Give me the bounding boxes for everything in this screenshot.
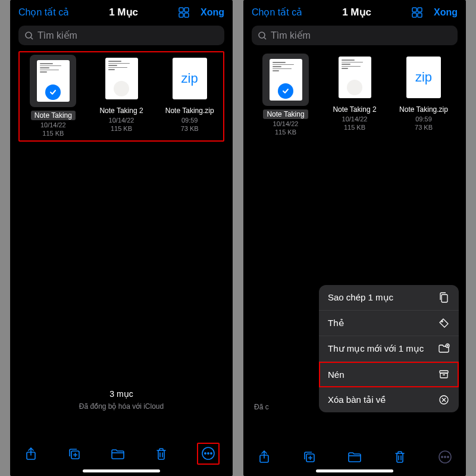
menu-new-folder[interactable]: Thư mục mới với 1 mục [319, 336, 459, 362]
file-name: Note Taking.zip [396, 105, 452, 114]
sync-status-partial: Đã c [254, 403, 269, 411]
svg-rect-23 [441, 295, 447, 302]
svg-point-42 [441, 456, 443, 458]
svg-rect-2 [179, 13, 183, 17]
file-name: Note Taking.zip [162, 106, 218, 115]
circle-icon [114, 81, 129, 96]
svg-point-15 [208, 453, 209, 454]
search-icon [24, 31, 34, 40]
svg-rect-17 [412, 8, 416, 12]
svg-point-44 [447, 456, 449, 458]
menu-compress[interactable]: Nén [319, 362, 459, 387]
file-size: 73 KB [415, 124, 433, 131]
share-icon[interactable] [256, 449, 272, 465]
item-count: 3 mục [10, 389, 233, 399]
menu-label: Nén [328, 369, 345, 380]
page-title: 1 Mục [342, 6, 371, 18]
file-date: 10/14/22 [109, 117, 134, 124]
header: Chọn tất cả 1 Mục Xong [10, 0, 233, 23]
svg-line-5 [31, 37, 33, 39]
header: Chọn tất cả 1 Mục Xong [243, 0, 466, 23]
file-thumb [101, 55, 142, 102]
circle-icon [347, 80, 362, 95]
file-item[interactable]: Note Taking 2 10/14/22 115 KB [90, 55, 153, 137]
svg-point-43 [444, 456, 446, 458]
svg-rect-1 [184, 8, 189, 12]
search-input[interactable]: Tìm kiếm [18, 26, 224, 45]
menu-label: Thư mục mới với 1 mục [328, 343, 424, 354]
more-icon[interactable] [201, 446, 216, 461]
zip-badge: zip [181, 71, 198, 86]
file-item[interactable]: Note Taking 10/14/22 115 KB [22, 55, 84, 137]
folder-icon[interactable] [110, 446, 126, 462]
annotation-files-box: Note Taking 10/14/22 115 KB Note Taking … [18, 51, 224, 142]
file-date: 10/14/22 [273, 120, 299, 127]
search-input[interactable]: Tìm kiếm [252, 26, 458, 45]
grid-view-icon[interactable] [411, 7, 423, 18]
file-name: Note Taking [263, 109, 308, 119]
files-row: Note Taking 10/14/22 115 KB Note Taking … [254, 54, 455, 136]
bottom-toolbar [243, 443, 466, 469]
duplicate-icon[interactable] [67, 446, 82, 462]
menu-copy[interactable]: Sao chép 1 mục [319, 285, 459, 311]
doc-thumb [37, 60, 70, 102]
file-date: 09:59 [181, 117, 198, 124]
zip-thumb: zip [406, 57, 441, 98]
menu-tag[interactable]: Thẻ [319, 311, 459, 336]
svg-point-14 [205, 453, 206, 454]
file-item[interactable]: Note Taking 2 10/14/22 115 KB [323, 54, 386, 136]
svg-rect-19 [412, 13, 416, 17]
file-date: 10/14/22 [342, 115, 368, 123]
file-date: 09:59 [415, 115, 432, 123]
home-indicator[interactable] [83, 469, 160, 472]
phone-left: Chọn tất cả 1 Mục Xong Tìm kiếm [10, 0, 233, 476]
svg-rect-29 [440, 373, 447, 378]
file-thumb: zip [403, 54, 444, 101]
zip-thumb: zip [173, 58, 207, 99]
share-icon[interactable] [23, 446, 39, 462]
file-thumb: zip [169, 55, 211, 102]
file-item[interactable]: Note Taking 10/14/22 115 KB [254, 54, 317, 136]
copy-icon [438, 292, 450, 303]
file-size: 115 KB [344, 124, 365, 131]
file-item[interactable]: zip Note Taking.zip 09:59 73 KB [158, 55, 221, 137]
home-indicator[interactable] [316, 469, 393, 472]
done-button[interactable]: Xong [201, 7, 224, 18]
svg-point-24 [441, 321, 443, 322]
file-thumb-selected [30, 55, 76, 107]
svg-rect-18 [418, 8, 422, 12]
svg-point-16 [211, 453, 212, 454]
context-menu: Sao chép 1 mục Thẻ Thư mục mới với 1 mục… [319, 285, 459, 412]
zip-badge: zip [415, 70, 432, 85]
menu-label: Thẻ [328, 318, 344, 328]
close-circle-icon [438, 394, 450, 406]
content-area: Note Taking 10/14/22 115 KB Note Taking … [243, 51, 466, 443]
svg-point-21 [259, 32, 265, 38]
file-item[interactable]: zip Note Taking.zip 09:59 73 KB [392, 54, 455, 136]
files-row: Note Taking 10/14/22 115 KB Note Taking … [22, 55, 221, 137]
select-all-button[interactable]: Chọn tất cả [252, 7, 302, 18]
header-actions: Xong [178, 7, 224, 18]
svg-line-22 [264, 37, 266, 39]
more-icon[interactable] [437, 449, 453, 465]
svg-rect-20 [418, 13, 422, 17]
done-button[interactable]: Xong [434, 7, 458, 18]
search-placeholder: Tìm kiếm [37, 30, 218, 41]
file-name: Note Taking 2 [329, 105, 380, 114]
menu-clear-downloads[interactable]: Xóa bàn tải về [319, 387, 459, 412]
trash-icon[interactable] [154, 446, 169, 462]
svg-rect-0 [179, 8, 183, 12]
grid-view-icon[interactable] [178, 7, 190, 18]
file-name: Note Taking 2 [96, 106, 146, 115]
folder-icon[interactable] [347, 449, 362, 465]
trash-icon[interactable] [392, 449, 408, 465]
duplicate-icon[interactable] [302, 449, 317, 465]
archive-icon [438, 368, 450, 380]
search-icon [258, 31, 267, 40]
tag-icon [438, 317, 450, 329]
folder-plus-icon [438, 343, 450, 355]
select-all-button[interactable]: Chọn tất cả [18, 7, 69, 18]
file-size: 115 KB [42, 130, 64, 137]
checkmark-icon [45, 84, 61, 100]
sync-status: Đã đồng bộ hóa với iCloud [10, 402, 233, 411]
